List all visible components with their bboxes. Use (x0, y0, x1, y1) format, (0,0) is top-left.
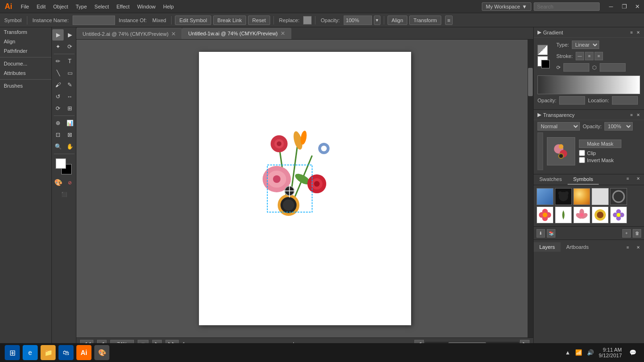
align-button[interactable]: Align (388, 16, 407, 25)
opacity-input[interactable] (344, 16, 372, 25)
symbol-item-5[interactable] (610, 188, 627, 205)
opacity-select[interactable]: 100% 75% 50% (604, 122, 633, 131)
none-color-btn[interactable]: ⊘ (64, 177, 75, 188)
show-hidden-icons[interactable]: ▲ (565, 349, 570, 356)
close-tab-1[interactable]: ✕ (281, 30, 285, 37)
new-symbol-btn[interactable]: + (622, 229, 631, 238)
gradient-swatch-main[interactable] (537, 45, 548, 55)
rotate-tool[interactable]: ↺ (52, 91, 64, 102)
screen-mode-btn[interactable]: ⬛ (58, 189, 70, 200)
panel-item-align[interactable]: Align (0, 37, 51, 46)
symbol-sprayer-tool[interactable]: ⊕ (52, 117, 64, 129)
stroke-type-btn2[interactable]: ≡ (585, 52, 594, 60)
panel-item-document[interactable]: Docume... (0, 59, 51, 68)
restore-button[interactable]: ❐ (618, 0, 631, 13)
color-mode-btn[interactable]: 🎨 (52, 177, 64, 188)
gradient-panel-title[interactable]: ▶ Gradient ≡ ✕ (534, 27, 644, 38)
panel-item-attributes[interactable]: Attributes (0, 68, 51, 78)
column-graph-tool[interactable]: 📊 (64, 117, 75, 129)
line-tool[interactable]: ╲ (52, 67, 64, 79)
vertical-scrollbar[interactable] (528, 40, 533, 337)
warp-tool[interactable]: ⟳ (52, 103, 64, 114)
pencil-tool[interactable]: ✎ (64, 79, 75, 90)
angle-input[interactable] (563, 63, 589, 72)
artboards-tab[interactable]: Artboards (561, 242, 594, 252)
vscroll-thumb[interactable] (528, 68, 533, 96)
invert-mask-checkbox[interactable] (579, 157, 585, 163)
blend-mode-select[interactable]: Normal Multiply Screen Overlay (537, 122, 580, 131)
notifications-icon[interactable]: 💬 (627, 349, 639, 356)
paintbrush-tool[interactable]: 🖌 (52, 79, 64, 90)
make-mask-button[interactable]: Make Mask (579, 140, 621, 148)
reset-button[interactable]: Reset (248, 16, 270, 25)
symbol-item-10[interactable] (610, 206, 627, 223)
stroke-type-btn1[interactable]: — (576, 52, 584, 60)
start-button[interactable]: ⊞ (5, 345, 20, 360)
menu-edit[interactable]: Edit (33, 2, 50, 11)
close-button[interactable]: ✕ (631, 0, 644, 13)
minimize-button[interactable]: ─ (604, 0, 618, 13)
edit-symbol-button[interactable]: Edit Symbol (175, 16, 211, 25)
type-tool[interactable]: T (64, 56, 75, 67)
symbol-item-8[interactable] (573, 206, 590, 223)
clip-checkbox[interactable] (579, 150, 585, 156)
menu-file[interactable]: File (17, 2, 33, 11)
gradient-type-select[interactable]: Linear Radial (572, 41, 599, 49)
aspect-input[interactable] (600, 63, 626, 72)
gradient-location-input[interactable] (612, 96, 638, 105)
menu-object[interactable]: Object (50, 2, 72, 11)
scale-tool[interactable]: ↔ (64, 91, 75, 102)
workspace-button[interactable]: My Workspace ▼ (482, 2, 531, 11)
tab-untitled2[interactable]: Untitled-2.ai @ 74% (CMYK/Preview) ✕ (76, 28, 182, 39)
extra-options-button[interactable]: ≡ (445, 16, 453, 25)
zoom-tool[interactable]: 🔍 (52, 141, 64, 152)
stroke-type-btn3[interactable]: ≡ (594, 52, 603, 60)
color-picker-icon[interactable]: 🎨 (94, 345, 109, 360)
edge-icon[interactable]: e (23, 345, 38, 360)
hand-tool[interactable]: ✋ (64, 141, 75, 152)
files-icon[interactable]: 📁 (41, 345, 56, 360)
transparency-panel-title[interactable]: ▶ Transparency ≡ ✕ (534, 110, 644, 120)
menu-window[interactable]: Window (133, 2, 159, 11)
layers-options-icon[interactable]: ≡ (623, 243, 633, 252)
symbol-item-1[interactable] (537, 188, 553, 205)
foreground-color-swatch[interactable] (56, 158, 66, 169)
magic-wand-tool[interactable]: ✦ (52, 41, 64, 52)
illustrator-taskbar-icon[interactable]: Ai (76, 345, 91, 360)
network-icon[interactable]: 📶 (575, 349, 582, 356)
place-symbol-btn[interactable]: ⬇ (537, 229, 545, 238)
panel-item-pathfinder[interactable]: Pathfinder (0, 46, 51, 56)
symbols-tab[interactable]: Symbols (568, 174, 599, 185)
transparency-options-icon[interactable]: ≡ (630, 113, 633, 117)
direct-selection-tool[interactable]: ▶ (64, 29, 75, 41)
artboard-tool[interactable]: ⊡ (52, 129, 64, 140)
stroke-swatch[interactable] (541, 60, 550, 68)
symbol-item-4[interactable] (592, 188, 609, 205)
pen-tool[interactable]: ✏ (52, 56, 64, 67)
gradient-preview-bar[interactable] (537, 75, 640, 94)
gradient-opacity-input[interactable] (559, 96, 585, 105)
swatches-close-icon[interactable]: ✕ (633, 174, 644, 185)
transparency-close-icon[interactable]: ✕ (636, 113, 640, 117)
tab-untitled1w[interactable]: Untitled-1w.ai @ 74% (CMYK/Preview) ✕ (182, 28, 291, 39)
symbol-item-6[interactable] (537, 206, 553, 223)
break-link-button[interactable]: Break Link (213, 16, 246, 25)
symbol-item-7[interactable] (555, 206, 572, 223)
menu-help[interactable]: Help (159, 2, 178, 11)
instance-name-input[interactable] (73, 16, 115, 25)
menu-effect[interactable]: Effect (113, 2, 133, 11)
gradient-options-icon[interactable]: ≡ (630, 30, 633, 35)
menu-select[interactable]: Select (91, 2, 113, 11)
selection-tool[interactable]: ▶ (52, 29, 64, 41)
menu-type[interactable]: Type (72, 2, 91, 11)
lasso-tool[interactable]: ⟳ (64, 41, 75, 52)
opacity-dropdown-btn[interactable]: ▼ (374, 16, 380, 25)
layers-close-icon[interactable]: ✕ (633, 243, 644, 252)
panel-item-transform[interactable]: Transform (0, 27, 51, 37)
symbol-item-3[interactable] (573, 188, 590, 205)
swatches-tab[interactable]: Swatches (534, 174, 568, 185)
panel-item-brushes[interactable]: Brushes (0, 81, 51, 90)
free-transform-tool[interactable]: ⊞ (64, 103, 75, 114)
gradient-close-icon[interactable]: ✕ (636, 30, 640, 35)
transform-button[interactable]: Transform (409, 16, 441, 25)
